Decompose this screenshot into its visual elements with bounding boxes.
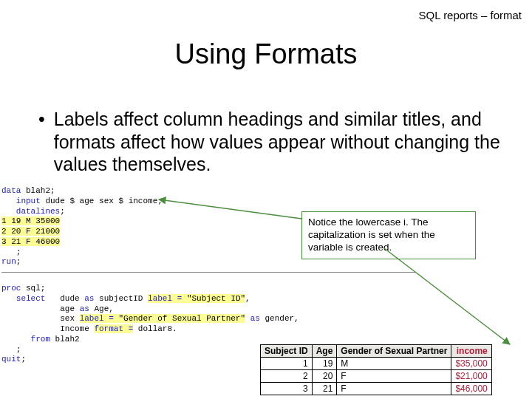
table-cell: 20 [312, 370, 337, 383]
bullet-item: • Labels affect column headings and simi… [38, 108, 510, 176]
breadcrumb-path: SQL reports – format [419, 9, 522, 21]
table-row: 3 21 F $46,000 [261, 383, 492, 395]
arrow-to-input [159, 200, 301, 219]
table-cell-income: $35,000 [451, 358, 491, 370]
code-text: blah2; [21, 186, 55, 195]
code-text: dude $ age sex $ income; [41, 197, 163, 205]
code-kw-highlight: format = [94, 324, 133, 333]
divider [1, 272, 415, 273]
table-cell: F [337, 370, 451, 383]
table-header: Age [312, 345, 337, 358]
table-row: 1 19 M $35,000 [261, 358, 492, 370]
page-title: Using Formats [0, 38, 532, 70]
code-text: ; [41, 284, 46, 293]
code-text: sql [26, 284, 41, 293]
code-text: blah2 [50, 335, 80, 344]
code-text: sex [1, 314, 80, 323]
table-cell-income: $21,000 [451, 370, 491, 383]
code-kw-highlight: label = [80, 314, 119, 323]
code-text: , [245, 294, 250, 303]
code-text: Income [1, 324, 94, 333]
code-data-row: 3 21 F 46000 [1, 237, 60, 246]
table-header-row: Subject ID Age Gender of Sexual Partner … [261, 345, 492, 358]
code-kw: input [1, 197, 41, 205]
code-text: dude [45, 294, 84, 303]
code-block-sql: proc sql; select dude as subjectID label… [1, 284, 299, 365]
code-text: dollar8. [133, 324, 177, 333]
code-text: ; [60, 207, 65, 216]
result-table: Subject ID Age Gender of Sexual Partner … [260, 344, 492, 395]
table-cell: 2 [261, 370, 313, 383]
code-kw: as [84, 294, 94, 303]
code-kw: proc [1, 284, 26, 293]
code-data-row: 2 20 F 21000 [1, 227, 60, 236]
code-kw: run [1, 257, 16, 266]
code-kw: datalines [1, 207, 60, 216]
code-text: gender, [260, 314, 299, 323]
code-kw-highlight: label = [148, 294, 187, 303]
table-cell: 21 [312, 383, 337, 395]
table-cell: 1 [261, 358, 313, 370]
arrow-to-income [384, 248, 510, 344]
bullet-text: Labels affect column headings and simila… [54, 108, 510, 176]
code-block: data blah2; input dude $ age sex $ incom… [1, 186, 163, 267]
callout-note: Notice the lowercase i. The capitalizati… [301, 211, 476, 259]
table-cell: 19 [312, 358, 337, 370]
code-text: Age, [89, 304, 114, 313]
table-cell: M [337, 358, 451, 370]
callout-text: Notice the lowercase i. The capitalizati… [308, 216, 435, 253]
code-kw: from [1, 335, 50, 344]
code-text: age [1, 304, 80, 313]
table-header: Gender of Sexual Partner [337, 345, 451, 358]
code-data-row: 1 19 M 35000 [1, 216, 60, 225]
code-text: ; [21, 355, 26, 364]
code-text: ; [1, 248, 163, 258]
code-kw: select [1, 294, 45, 303]
table-header: Subject ID [261, 345, 313, 358]
bullet-marker: • [38, 108, 45, 176]
code-text: ; [1, 345, 299, 355]
table-header-income: income [451, 345, 491, 358]
code-text-highlight: "Subject ID" [187, 294, 245, 303]
table-cell: 3 [261, 383, 313, 395]
table-cell: F [337, 383, 451, 395]
table-row: 2 20 F $21,000 [261, 370, 492, 383]
code-kw: data [1, 186, 21, 195]
code-kw: as [80, 304, 89, 313]
table-cell-income: $46,000 [451, 383, 491, 395]
code-text: subjectID [94, 294, 148, 303]
code-kw: as [245, 314, 260, 323]
code-text-highlight: "Gender of Sexual Partner" [118, 314, 245, 323]
code-text: ; [16, 257, 21, 266]
code-kw: quit [1, 355, 21, 364]
